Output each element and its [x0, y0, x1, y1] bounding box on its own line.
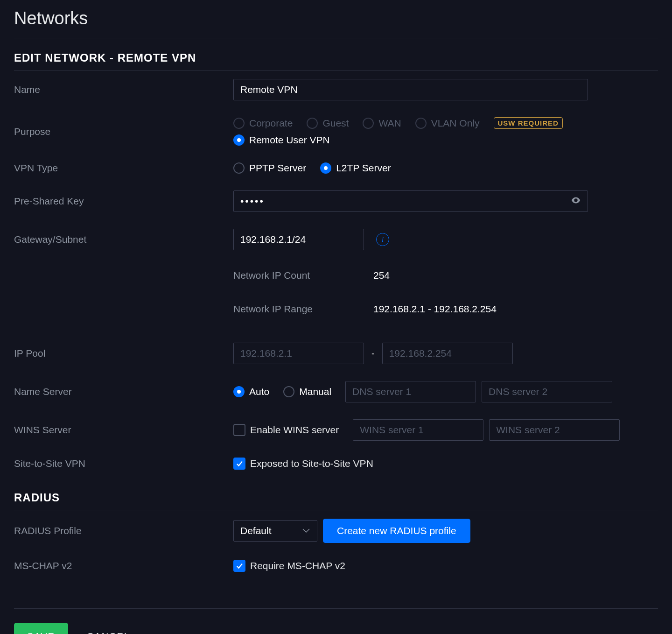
name-server-manual-radio[interactable]: Manual: [283, 386, 331, 397]
ip-range-value: 192.168.2.1 - 192.168.2.254: [373, 303, 497, 315]
purpose-corporate-radio[interactable]: Corporate: [233, 118, 293, 129]
gateway-input[interactable]: [233, 229, 364, 250]
mschap-require-label: Require MS-CHAP v2: [250, 560, 345, 571]
name-input[interactable]: [233, 79, 588, 100]
gateway-label: Gateway/Subnet: [14, 234, 233, 245]
psk-label: Pre-Shared Key: [14, 196, 233, 207]
info-icon[interactable]: i: [376, 233, 389, 246]
name-label: Name: [14, 84, 233, 95]
reveal-password-icon[interactable]: [571, 195, 581, 208]
radius-section-title: RADIUS: [14, 478, 658, 510]
name-server-auto-radio[interactable]: Auto: [233, 386, 269, 397]
psk-input-wrapper: [233, 190, 588, 212]
ip-pool-start-input[interactable]: [233, 343, 364, 364]
wins-server-2-input[interactable]: [489, 419, 620, 441]
edit-network-title: EDIT NETWORK - REMOTE VPN: [14, 38, 658, 70]
purpose-label: Purpose: [14, 126, 233, 137]
vpn-type-pptp-radio[interactable]: PPTP Server: [233, 162, 306, 174]
create-radius-profile-button[interactable]: Create new RADIUS profile: [323, 519, 470, 543]
wins-enable-checkbox[interactable]: Enable WINS server: [233, 424, 339, 436]
mschap-require-checkbox[interactable]: Require MS-CHAP v2: [233, 560, 345, 572]
cancel-button[interactable]: CANCEL: [87, 631, 130, 634]
ip-pool-label: IP Pool: [14, 348, 233, 359]
purpose-guest-radio[interactable]: Guest: [307, 118, 349, 129]
chevron-down-icon: [302, 528, 310, 534]
vpn-type-label: VPN Type: [14, 162, 233, 174]
s2s-expose-checkbox[interactable]: Exposed to Site-to-Site VPN: [233, 458, 373, 470]
ip-count-value: 254: [373, 270, 390, 281]
vpn-type-l2tp-radio[interactable]: L2TP Server: [320, 162, 391, 174]
radius-profile-label: RADIUS Profile: [14, 525, 233, 536]
ip-count-label: Network IP Count: [233, 270, 373, 281]
wins-server-label: WINS Server: [14, 424, 233, 436]
dns-server-2-input[interactable]: [482, 381, 612, 402]
s2s-expose-label: Exposed to Site-to-Site VPN: [250, 458, 373, 469]
page-title: Networks: [14, 5, 658, 38]
ip-pool-dash: -: [370, 348, 377, 359]
psk-input[interactable]: [234, 191, 571, 211]
radius-profile-select[interactable]: Default: [233, 520, 317, 542]
purpose-wan-radio[interactable]: WAN: [363, 118, 401, 129]
dns-server-1-input[interactable]: [345, 381, 476, 402]
purpose-remote-user-vpn-radio[interactable]: Remote User VPN: [233, 134, 330, 146]
radius-profile-value: Default: [240, 525, 272, 536]
mschap-label: MS-CHAP v2: [14, 560, 233, 571]
ip-pool-end-input[interactable]: [382, 343, 513, 364]
wins-server-1-input[interactable]: [353, 419, 483, 441]
save-button[interactable]: SAVE: [14, 623, 68, 634]
name-server-label: Name Server: [14, 386, 233, 397]
purpose-vlan-only-radio[interactable]: VLAN Only: [415, 118, 480, 129]
usw-required-badge: USW REQUIRED: [494, 117, 563, 129]
ip-range-label: Network IP Range: [233, 303, 373, 315]
wins-enable-label: Enable WINS server: [250, 424, 339, 436]
s2s-label: Site-to-Site VPN: [14, 458, 233, 469]
